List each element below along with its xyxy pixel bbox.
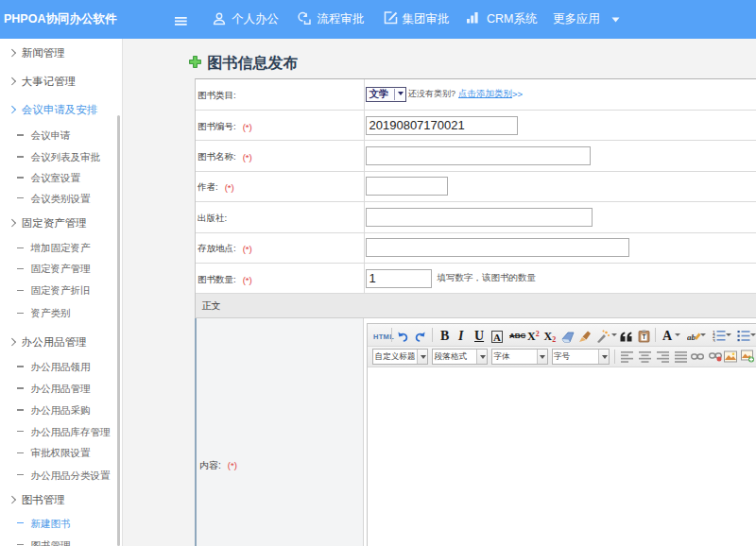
- svg-text:ab: ab: [687, 333, 696, 342]
- svg-text:3: 3: [713, 338, 715, 343]
- svg-text:T: T: [642, 333, 645, 340]
